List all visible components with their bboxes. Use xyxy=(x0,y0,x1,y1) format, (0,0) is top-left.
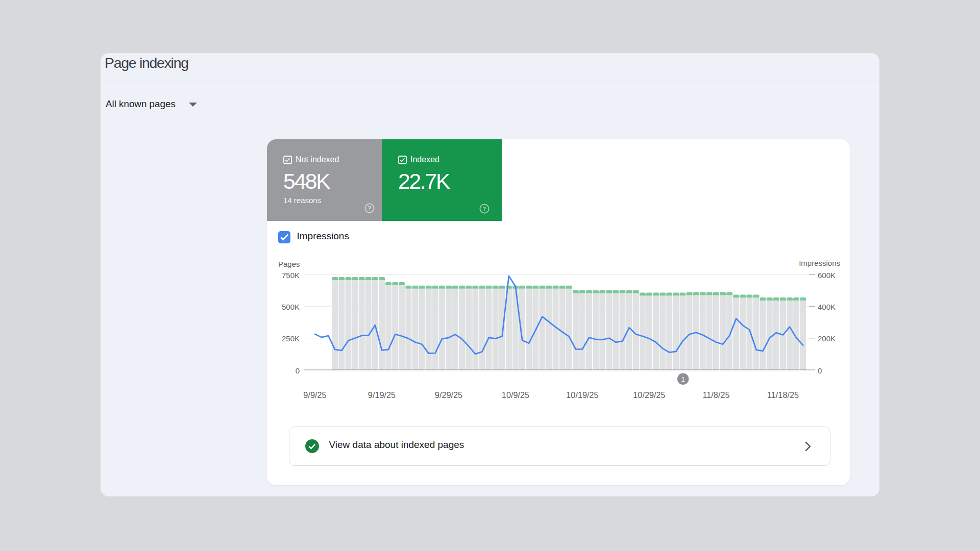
svg-text:1: 1 xyxy=(681,375,685,383)
svg-text:750K: 750K xyxy=(282,271,300,280)
svg-text:9/9/25: 9/9/25 xyxy=(303,390,326,399)
svg-text:11/18/25: 11/18/25 xyxy=(767,390,799,399)
svg-text:9/29/25: 9/29/25 xyxy=(435,390,462,399)
svg-text:10/29/25: 10/29/25 xyxy=(633,390,665,399)
svg-text:10/9/25: 10/9/25 xyxy=(502,390,529,399)
svg-text:200K: 200K xyxy=(818,334,836,343)
svg-text:9/19/25: 9/19/25 xyxy=(368,390,396,399)
svg-text:250K: 250K xyxy=(282,334,300,343)
svg-text:Pages: Pages xyxy=(278,260,300,268)
svg-text:600K: 600K xyxy=(818,271,836,280)
svg-text:10/19/25: 10/19/25 xyxy=(566,390,598,399)
svg-text:11/8/25: 11/8/25 xyxy=(702,390,729,399)
svg-text:400K: 400K xyxy=(818,303,836,311)
svg-text:0: 0 xyxy=(818,366,822,375)
svg-text:Impressions: Impressions xyxy=(799,259,840,267)
svg-text:500K: 500K xyxy=(282,303,300,311)
svg-text:0: 0 xyxy=(296,366,300,375)
